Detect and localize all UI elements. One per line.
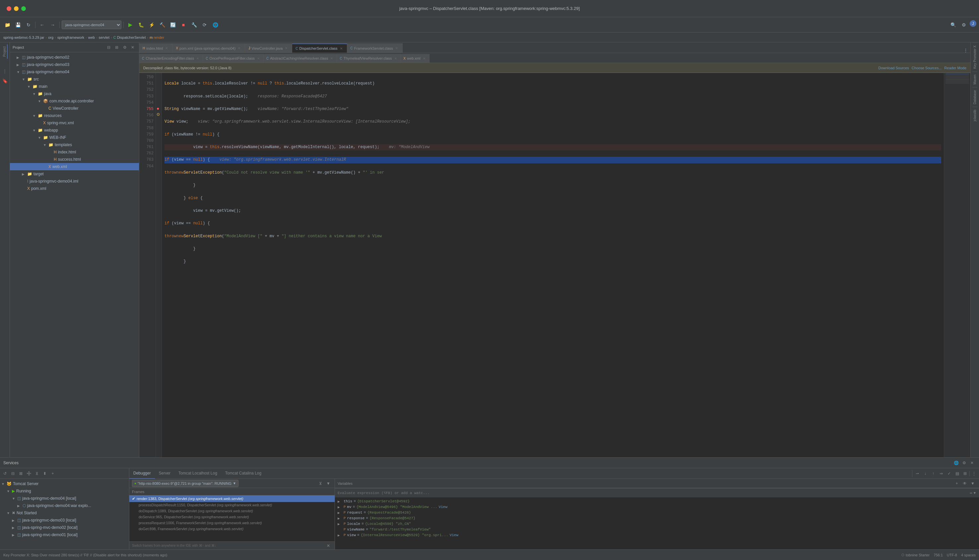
tab-tomcat-localhost-log[interactable]: Tomcat Localhost Log xyxy=(174,468,221,479)
services-settings-btn[interactable]: ⚙ xyxy=(961,459,968,467)
run-button[interactable]: ▶ xyxy=(126,20,135,30)
var-viewname[interactable]: ▶ P viewName = "forward:/testThymeleafVi… xyxy=(335,527,979,532)
view-link-view[interactable]: View xyxy=(450,533,458,537)
var-this[interactable]: ▶ this = {DispatcherServlet@4592} xyxy=(335,499,979,504)
tree-item-demo04[interactable]: ▼ ◫ java-springmvc-demo04 xyxy=(10,68,139,75)
tree-item-target[interactable]: ▶ 📁 target xyxy=(10,170,139,178)
tree-item-main[interactable]: ▼ 📁 main xyxy=(10,83,139,90)
tab2-thymeleafviewresolver[interactable]: C ThymeleafViewResolver.class ✕ xyxy=(337,54,401,63)
breadcrumb-dispatcher-servlet[interactable]: C DispatcherServlet xyxy=(114,35,146,40)
evaluate-dropdown[interactable]: ∞ ▼ xyxy=(970,491,976,495)
build-button[interactable]: 🔧 xyxy=(189,20,199,30)
close-button[interactable] xyxy=(7,6,11,11)
breadcrumb-jar[interactable]: spring-webmvc-5.3.29.jar xyxy=(3,35,44,40)
services-tree-tomcat[interactable]: ▼ 🐱 Tomcat Server xyxy=(0,480,129,487)
var-request[interactable]: ▶ P request = {RequestFacade@5426} xyxy=(335,510,979,516)
avatar[interactable]: J xyxy=(970,20,976,27)
frames-close-btn[interactable]: ✕ xyxy=(325,542,332,549)
var-locale[interactable]: ▶ P locale = {Locale@4590} "zh_CN" xyxy=(335,521,979,527)
services-restart-btn[interactable]: ↺ xyxy=(1,470,8,477)
tab-bar-overflow[interactable]: ⋮ xyxy=(961,48,971,53)
refresh-button[interactable]: ↻ xyxy=(24,20,33,30)
tree-item-src[interactable]: ▼ 📁 src xyxy=(10,75,139,83)
tab-frameworkservlet[interactable]: C FrameworkServlet.class ✕ xyxy=(347,43,403,53)
frame-item-processrequest[interactable]: processRequest:1006, FrameworkServlet (o… xyxy=(129,520,335,526)
tree-item-iml[interactable]: ▶ I java-springmvc-demo04.iml xyxy=(10,178,139,185)
open-folder-button[interactable]: 📁 xyxy=(3,20,12,30)
tab-close-index-html[interactable]: ✕ xyxy=(164,46,169,51)
build-with-coverage-button[interactable]: 🔨 xyxy=(157,20,167,30)
sync-button[interactable]: ⟳ xyxy=(200,20,209,30)
debug-step-out[interactable]: ↑ xyxy=(930,470,937,477)
tree-item-controller-pkg[interactable]: ▼ 📦 com.mcode.api.controller xyxy=(10,97,139,105)
debug-step-over[interactable]: ⇀ xyxy=(914,470,921,477)
services-tree-demo04[interactable]: ▼ ◫ java-springmvc-demo04 [local] xyxy=(0,495,129,502)
tab-index-html[interactable]: H index.html ✕ xyxy=(139,43,172,53)
breadcrumb-org[interactable]: org xyxy=(48,35,53,40)
services-tree-demo02[interactable]: ▶ ◫ java-spring-mvc-demo02 [local] xyxy=(0,524,129,531)
forward-button[interactable]: → xyxy=(48,20,57,30)
tree-item-demo03[interactable]: ▶ ◫ java-springmvc-demo03 xyxy=(10,61,139,68)
status-position[interactable]: 756:1 xyxy=(934,553,943,557)
settings-button[interactable]: ⚙ xyxy=(959,20,968,30)
tab-close-thymeleaf[interactable]: ✕ xyxy=(393,56,398,61)
project-tab[interactable]: Project xyxy=(2,44,8,58)
debug-more[interactable]: ⋮ xyxy=(971,470,978,477)
services-tree-demo03[interactable]: ▶ ◫ java-springmvc-demo03 [local] xyxy=(0,517,129,524)
tab2-abstractcachingviewresolver[interactable]: C AbstractCachingViewResolver.class ✕ xyxy=(264,54,337,63)
services-tree-not-started[interactable]: ▼ ✖ Not Started xyxy=(0,509,129,517)
frame-item-render[interactable]: ✔ render:1383, DispatcherServlet (org.sp… xyxy=(129,495,335,502)
tab-pom-xml[interactable]: X pom.xml (java-springmvc-demo04) ✕ xyxy=(172,43,245,53)
jclasslib-tab[interactable]: jclasslib xyxy=(972,107,977,124)
debug-button[interactable]: 🐛 xyxy=(136,20,145,30)
debug-evaluate[interactable]: ✓ xyxy=(946,470,953,477)
services-tree-demo01[interactable]: ▶ ◫ java-spring-mvc-demo01 [local] xyxy=(0,531,129,538)
services-sort-btn[interactable]: ⬍ xyxy=(41,470,48,477)
services-tree-war[interactable]: ▶ ⬡ java-springmvc-demo04:war explo... xyxy=(0,502,129,509)
services-collapse-btn[interactable]: ⊟ xyxy=(9,470,17,477)
evaluate-input[interactable] xyxy=(337,491,970,495)
thread-selector[interactable]: ● "http-nio-8080-exec-9"@2,721 in group … xyxy=(132,480,239,487)
expand-mv[interactable]: ▶ xyxy=(337,505,342,509)
services-tree-running[interactable]: ▼ ▶ Running xyxy=(0,487,129,495)
debug-frames[interactable]: ▤ xyxy=(954,470,961,477)
tobnine-indicator[interactable]: ⬡ tobnine Starter xyxy=(901,553,930,557)
tab-close-viewcontroller[interactable]: ✕ xyxy=(284,46,289,51)
var-response[interactable]: ▶ P response = {ResponseFacade@5427} xyxy=(335,516,979,521)
services-collapse2-btn[interactable]: ⊠ xyxy=(17,470,25,477)
back-button[interactable]: ← xyxy=(37,20,47,30)
breadcrumb-render[interactable]: m render xyxy=(150,35,164,40)
expand-locale[interactable]: ▶ xyxy=(337,522,342,526)
var-view[interactable]: ▶ P view = {InternalResourceView@5529} "… xyxy=(335,532,979,538)
tree-item-success-html[interactable]: ▶ H success.html xyxy=(10,156,139,163)
debug-threads[interactable]: ⊞ xyxy=(961,470,969,477)
view-link-mv[interactable]: View xyxy=(439,505,448,509)
tree-item-spring-mvc-xml[interactable]: ▶ X spring-mvc.xml xyxy=(10,119,139,127)
stop-button[interactable]: ■ xyxy=(179,20,188,30)
breadcrumb-web[interactable]: web xyxy=(88,35,95,40)
profile-button[interactable]: ⚡ xyxy=(147,20,156,30)
download-sources-link[interactable]: Download Sources xyxy=(879,66,909,70)
tab-server[interactable]: Server xyxy=(155,468,174,479)
search-everywhere-button[interactable]: 🔍 xyxy=(949,20,958,30)
project-settings-btn[interactable]: ⚙ xyxy=(121,44,129,51)
minimize-button[interactable] xyxy=(14,6,18,11)
structure-icon[interactable]: ⋮ xyxy=(1,67,9,75)
project-collapse-btn[interactable]: ⊟ xyxy=(105,44,112,51)
expand-this[interactable]: ▶ xyxy=(337,499,342,504)
tree-item-java[interactable]: ▼ 📁 java xyxy=(10,90,139,97)
tab-close-onceperrequestfilter[interactable]: ✕ xyxy=(256,56,261,61)
services-globe-btn[interactable]: 🌐 xyxy=(952,459,960,467)
breadcrumb-springframework[interactable]: springframework xyxy=(57,35,84,40)
key-promoter-x-tab[interactable]: Key Promoter X xyxy=(972,42,977,72)
expand-view[interactable]: ▶ xyxy=(337,533,342,537)
tree-item-index-html[interactable]: ▶ H index.html xyxy=(10,148,139,156)
services-more-btn[interactable]: + xyxy=(49,470,57,477)
tree-item-webinf[interactable]: ▼ 📁 WEB-INF xyxy=(10,134,139,141)
database-tab[interactable]: Database xyxy=(972,87,977,107)
status-indent[interactable]: 4 spaces xyxy=(961,553,976,557)
tab-debugger[interactable]: Debugger xyxy=(129,468,155,479)
frames-filter-btn[interactable]: ⊻ xyxy=(317,480,324,487)
tab-close-abstractcaching[interactable]: ✕ xyxy=(329,56,334,61)
breadcrumb-servlet[interactable]: servlet xyxy=(99,35,109,40)
